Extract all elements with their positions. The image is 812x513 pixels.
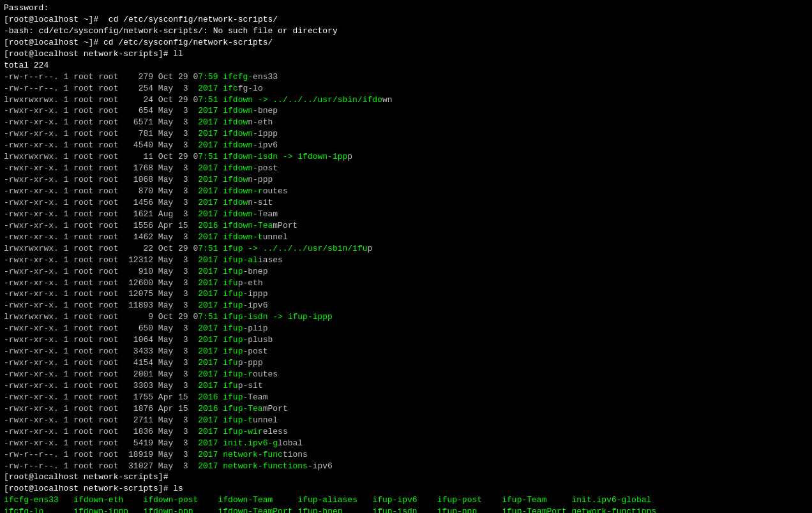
terminal-line: -rwxr-xr-x. 1 root root 1836 May 3 2017 …: [4, 426, 808, 438]
terminal-line: -rwxr-xr-x. 1 root root 12075 May 3 2017…: [4, 288, 808, 300]
terminal-line: Password:: [4, 3, 808, 14]
terminal-line: -rwxr-xr-x. 1 root root 1462 May 3 2017 …: [4, 232, 808, 243]
terminal-line: -rwxr-xr-x. 1 root root 6571 May 3 2017 …: [4, 117, 808, 128]
terminal-line: -rwxr-xr-x. 1 root root 781 May 3 2017 i…: [4, 128, 808, 140]
terminal-line: -rwxr-xr-x. 1 root root 1456 May 3 2017 …: [4, 197, 808, 209]
terminal-line: [root@localhost ~]# cd /etc/sysconfig/ne…: [4, 14, 808, 26]
terminal-line: -rwxr-xr-x. 1 root root 4154 May 3 2017 …: [4, 357, 808, 369]
terminal-line: -rwxr-xr-x. 1 root root 1621 Aug 3 2017 …: [4, 209, 808, 220]
terminal-line: -rwxr-xr-x. 1 root root 2001 May 3 2017 …: [4, 369, 808, 380]
terminal-line: [root@localhost network-scripts]# ll: [4, 48, 808, 60]
terminal-line: lrwxrwxrwx. 1 root root 24 Oct 29 07:51 …: [4, 94, 808, 106]
terminal-line: [root@localhost ~]# cd /etc/sysconfig/ne…: [4, 37, 808, 48]
terminal-line: lrwxrwxrwx. 1 root root 22 Oct 29 07:51 …: [4, 243, 808, 255]
terminal-line: -rwxr-xr-x. 1 root root 870 May 3 2017 i…: [4, 186, 808, 197]
terminal-line: -rw-r--r--. 1 root root 18919 May 3 2017…: [4, 449, 808, 461]
terminal-line: -rwxr-xr-x. 1 root root 2711 May 3 2017 …: [4, 415, 808, 426]
terminal-line: [root@localhost network-scripts]# ls: [4, 483, 808, 494]
terminal-line: -rwxr-xr-x. 1 root root 1768 May 3 2017 …: [4, 163, 808, 174]
terminal-line: -rwxr-xr-x. 1 root root 1064 May 3 2017 …: [4, 334, 808, 346]
terminal-line: -rwxr-xr-x. 1 root root 3303 May 3 2017 …: [4, 380, 808, 392]
terminal-line: -rwxr-xr-x. 1 root root 1556 Apr 15 2016…: [4, 220, 808, 232]
terminal-line: -rwxr-xr-x. 1 root root 1755 Apr 15 2016…: [4, 392, 808, 403]
terminal-line: -rwxr-xr-x. 1 root root 1068 May 3 2017 …: [4, 174, 808, 186]
terminal-line: ifcfg-lo ifdown-ippp ifdown-ppp ifdown-T…: [4, 506, 808, 513]
terminal-line: -rwxr-xr-x. 1 root root 5419 May 3 2017 …: [4, 438, 808, 449]
terminal-line: ifcfg-ens33 ifdown-eth ifdown-post ifdow…: [4, 494, 808, 506]
terminal-line: -rw-r--r--. 1 root root 31027 May 3 2017…: [4, 461, 808, 472]
terminal-line: -rwxr-xr-x. 1 root root 910 May 3 2017 i…: [4, 266, 808, 278]
terminal-window: Password:[root@localhost ~]# cd /etc/sys…: [0, 0, 812, 513]
terminal-line: -rwxr-xr-x. 1 root root 12600 May 3 2017…: [4, 278, 808, 289]
terminal-line: -rwxr-xr-x. 1 root root 1876 Apr 15 2016…: [4, 403, 808, 415]
terminal-line: total 224: [4, 60, 808, 71]
terminal-line: -rwxr-xr-x. 1 root root 654 May 3 2017 i…: [4, 105, 808, 117]
terminal-content: Password:[root@localhost ~]# cd /etc/sys…: [4, 3, 808, 513]
terminal-line: -rw-r--r--. 1 root root 254 May 3 2017 i…: [4, 83, 808, 94]
terminal-line: -rwxr-xr-x. 1 root root 650 May 3 2017 i…: [4, 323, 808, 334]
terminal-line: -rwxr-xr-x. 1 root root 12312 May 3 2017…: [4, 255, 808, 266]
terminal-line: lrwxrwxrwx. 1 root root 9 Oct 29 07:51 i…: [4, 311, 808, 323]
terminal-line: -bash: cd/etc/sysconfig/network-scripts/…: [4, 26, 808, 37]
terminal-line: -rwxr-xr-x. 1 root root 3433 May 3 2017 …: [4, 346, 808, 357]
terminal-line: [root@localhost network-scripts]#: [4, 472, 808, 483]
terminal-line: -rwxr-xr-x. 1 root root 4540 May 3 2017 …: [4, 140, 808, 151]
terminal-line: lrwxrwxrwx. 1 root root 11 Oct 29 07:51 …: [4, 151, 808, 163]
terminal-line: -rw-r--r--. 1 root root 279 Oct 29 07:59…: [4, 71, 808, 83]
terminal-line: -rwxr-xr-x. 1 root root 11893 May 3 2017…: [4, 300, 808, 311]
